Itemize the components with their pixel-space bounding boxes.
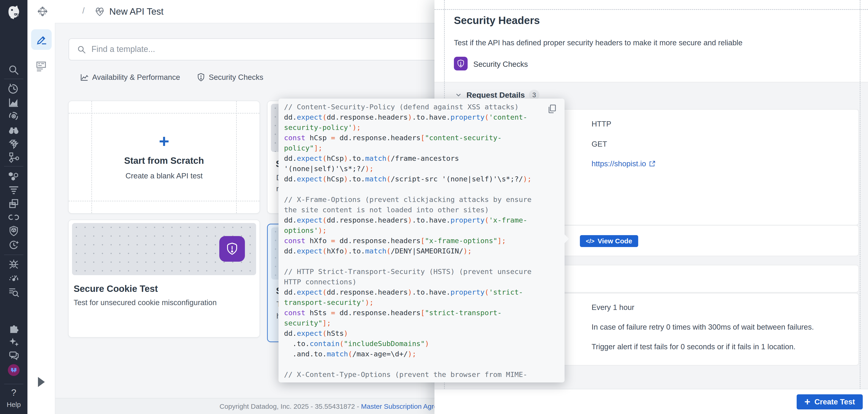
code-block: // Content-Security-Policy (defend again… xyxy=(284,102,544,381)
request-type-value: HTTP xyxy=(592,120,611,128)
card-start-from-scratch[interactable]: + Start from Scratch Create a blank API … xyxy=(68,101,260,214)
tab-label: Availability & Performance xyxy=(92,73,180,82)
section-label: Request Details xyxy=(466,91,525,99)
plus-icon: + xyxy=(69,131,259,152)
tab-availability-performance[interactable]: Availability & Performance xyxy=(80,73,180,82)
security-checks-badge xyxy=(454,57,468,70)
collapse-rail-arrow-icon[interactable] xyxy=(38,377,45,387)
card-title: Secure Cookie Test xyxy=(74,284,158,294)
card-title: Start from Scratch xyxy=(69,155,259,166)
integrations-puzzle-icon[interactable] xyxy=(7,322,20,334)
shield-exclamation-icon xyxy=(196,73,206,82)
view-code-button[interactable]: </> View Code xyxy=(580,235,638,247)
card-description: Test for unsecured cookie misconfigurati… xyxy=(74,298,217,307)
software-delivery-shield-icon[interactable] xyxy=(7,225,20,237)
help-label: Help xyxy=(0,401,27,409)
copy-icon[interactable] xyxy=(547,104,558,115)
history-icon[interactable] xyxy=(7,82,20,95)
service-map-icon[interactable] xyxy=(7,151,20,164)
template-search xyxy=(69,38,438,60)
dashboards-layers-icon[interactable] xyxy=(7,137,20,150)
error-tracking-bug-icon[interactable] xyxy=(7,258,20,271)
rum-gauge-icon[interactable] xyxy=(7,272,20,285)
security-shield-badge xyxy=(219,236,245,262)
plus-icon: + xyxy=(804,397,810,407)
frequency-value: Every 1 hour xyxy=(592,303,634,312)
card-secure-cookie-test[interactable]: Secure Cookie Test Test for unsecured co… xyxy=(68,219,260,337)
api-test-pulse-icon xyxy=(94,6,105,17)
search-input[interactable] xyxy=(91,39,430,59)
modal-title: Security Headers xyxy=(454,14,540,27)
shield-exclamation-icon xyxy=(225,242,239,256)
breadcrumb-separator: / xyxy=(82,6,85,16)
app-sidebar: ? Help xyxy=(0,0,27,414)
alert-text: Trigger alert if test fails for 0 second… xyxy=(592,343,796,351)
create-test-button[interactable]: + Create Test xyxy=(797,394,863,409)
tab-label: Security Checks xyxy=(209,73,263,82)
copyright-label: Copyright Datadog, Inc. 2025 - 35.554318… xyxy=(219,403,361,410)
blueprint-line xyxy=(434,9,868,10)
universal-service-chain-icon[interactable] xyxy=(7,211,20,224)
copyright-text: Copyright Datadog, Inc. 2025 - 35.554318… xyxy=(219,403,447,410)
datadog-logo[interactable] xyxy=(5,4,22,22)
ai-sparkles-icon[interactable] xyxy=(7,335,20,348)
search-icon[interactable] xyxy=(7,64,20,77)
apm-windows-icon[interactable] xyxy=(7,197,20,210)
sidebar-divider xyxy=(4,384,23,384)
line-chart-icon xyxy=(80,73,89,82)
synthetics-globe-icon[interactable] xyxy=(37,6,48,17)
blueprint-line xyxy=(860,0,861,414)
card-description: Create a blank API test xyxy=(69,172,259,180)
cases-chat-icon[interactable] xyxy=(7,349,20,362)
page: / New API Test xyxy=(0,0,868,414)
modal-footer: + Create Test xyxy=(434,389,868,414)
user-avatar[interactable] xyxy=(7,364,20,377)
watchdog-icon[interactable] xyxy=(7,110,20,123)
blueprint-line xyxy=(69,113,259,114)
log-explorer-icon[interactable] xyxy=(7,286,20,298)
pencil-icon xyxy=(35,33,48,46)
sidebar-divider xyxy=(4,166,23,167)
reports-rail-item[interactable] xyxy=(34,59,49,73)
reports-icon xyxy=(35,60,48,73)
metrics-icon[interactable] xyxy=(7,96,20,109)
notebooks-binoculars-icon[interactable] xyxy=(7,123,20,136)
infrastructure-hexagons-icon[interactable] xyxy=(7,170,20,182)
secondary-rail xyxy=(27,23,55,414)
sidebar-divider xyxy=(4,255,23,255)
request-url-link[interactable]: https://shopist.io xyxy=(592,159,656,168)
request-method-value: GET xyxy=(592,140,607,148)
view-code-label: View Code xyxy=(598,237,632,245)
code-preview-tooltip: // Content-Security-Policy (defend again… xyxy=(279,98,564,382)
search-icon xyxy=(77,45,87,54)
sidebar-divider xyxy=(4,79,23,79)
code-icon: </> xyxy=(586,238,594,245)
page-title: New API Test xyxy=(109,6,163,17)
tab-security-checks[interactable]: Security Checks xyxy=(196,73,263,82)
request-url-row: https://shopist.io xyxy=(592,159,656,168)
create-test-label: Create Test xyxy=(814,397,855,406)
help-icon[interactable]: ? xyxy=(0,387,27,398)
chevron-down-icon xyxy=(455,91,462,99)
modal-description: Test if the API has defined proper secur… xyxy=(454,38,742,47)
url-text: https://shopist.io xyxy=(592,159,646,168)
shield-exclamation-icon xyxy=(457,59,465,68)
log-pipelines-icon[interactable] xyxy=(7,183,20,196)
retry-text: In case of failure retry 0 times with 30… xyxy=(592,323,814,331)
category-label: Security Checks xyxy=(473,60,528,69)
edit-test-rail-item[interactable] xyxy=(31,29,52,50)
external-link-icon xyxy=(649,160,656,167)
scheduled-tests-clock-icon[interactable] xyxy=(7,238,20,251)
blueprint-line xyxy=(69,201,259,201)
